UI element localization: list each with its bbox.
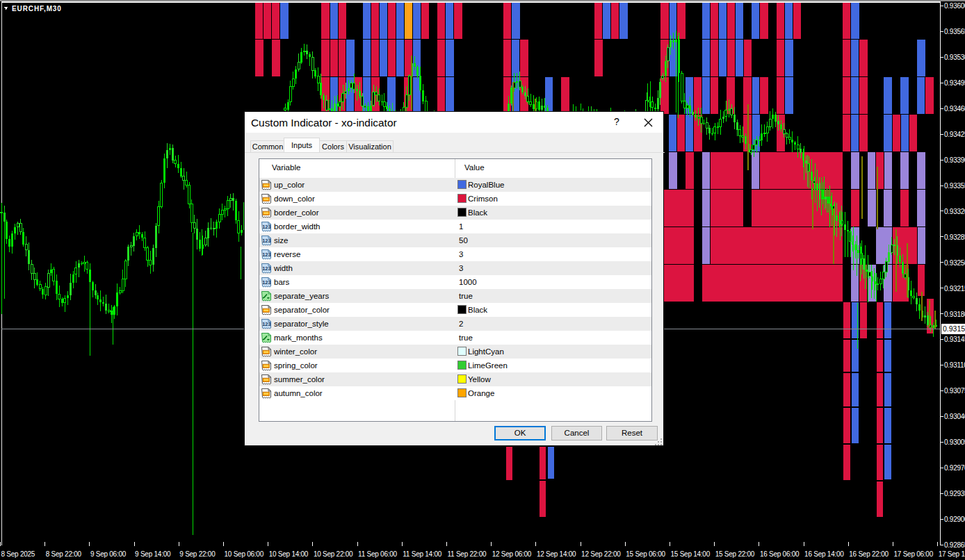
svg-text:0.93320: 0.93320 — [944, 208, 965, 215]
svg-text:0.93215: 0.93215 — [944, 285, 965, 293]
svg-text:15 Sep 06:00: 15 Sep 06:00 — [626, 550, 665, 558]
svg-text:15 Sep 14:00: 15 Sep 14:00 — [671, 550, 711, 558]
svg-text:0.93530: 0.93530 — [944, 53, 965, 61]
svg-text:12 Sep 22:00: 12 Sep 22:00 — [581, 550, 621, 558]
svg-text:16 Sep 06:00: 16 Sep 06:00 — [760, 550, 800, 558]
svg-text:0.92935: 0.92935 — [944, 490, 965, 497]
svg-text:16 Sep 22:00: 16 Sep 22:00 — [849, 550, 889, 558]
svg-text:0.92970: 0.92970 — [944, 464, 965, 472]
svg-text:0.93285: 0.93285 — [944, 233, 965, 241]
svg-text:0.93040: 0.93040 — [944, 413, 965, 420]
svg-text:10 Sep 06:00: 10 Sep 06:00 — [225, 550, 264, 558]
svg-text:11 Sep 14:00: 11 Sep 14:00 — [403, 550, 441, 558]
svg-text:0.93565: 0.93565 — [944, 28, 965, 35]
svg-text:0.93390: 0.93390 — [944, 156, 965, 164]
svg-text:12 Sep 06:00: 12 Sep 06:00 — [492, 550, 532, 558]
svg-text:123: 123 — [262, 265, 271, 272]
svg-text:0.93157: 0.93157 — [943, 324, 965, 333]
svg-text:0.93425: 0.93425 — [944, 131, 965, 138]
svg-text:0.93600: 0.93600 — [944, 2, 965, 10]
svg-text:17 Sep 06:00: 17 Sep 06:00 — [894, 550, 934, 558]
svg-text:0.93110: 0.93110 — [944, 361, 965, 369]
svg-text:10 Sep 22:00: 10 Sep 22:00 — [314, 550, 353, 558]
svg-text:9 Sep 14:00: 9 Sep 14:00 — [135, 550, 171, 558]
svg-text:0.93075: 0.93075 — [944, 387, 965, 395]
svg-text:123: 123 — [262, 252, 271, 258]
svg-text:9 Sep 06:00: 9 Sep 06:00 — [90, 550, 127, 558]
svg-text:0.93180: 0.93180 — [944, 311, 965, 318]
svg-text:0.92865: 0.92865 — [944, 541, 965, 549]
svg-text:123: 123 — [262, 224, 271, 230]
svg-text:8 Sep 2025: 8 Sep 2025 — [1, 550, 35, 558]
svg-text:123: 123 — [262, 321, 271, 327]
svg-text:123: 123 — [262, 279, 271, 286]
svg-text:0.93495: 0.93495 — [944, 79, 965, 87]
svg-text:11 Sep 22:00: 11 Sep 22:00 — [448, 550, 487, 558]
svg-text:11 Sep 06:00: 11 Sep 06:00 — [358, 550, 397, 558]
svg-text:10 Sep 14:00: 10 Sep 14:00 — [269, 550, 309, 558]
svg-text:123: 123 — [262, 238, 271, 244]
svg-text:15 Sep 22:00: 15 Sep 22:00 — [715, 550, 755, 558]
svg-text:0.93355: 0.93355 — [944, 182, 965, 190]
svg-text:16 Sep 14:00: 16 Sep 14:00 — [804, 550, 844, 558]
svg-text:17 Sep 14:00: 17 Sep 14:00 — [939, 550, 965, 558]
svg-text:0.93005: 0.93005 — [944, 438, 965, 446]
svg-text:9 Sep 22:00: 9 Sep 22:00 — [179, 550, 216, 558]
svg-text:0.93145: 0.93145 — [944, 336, 965, 343]
svg-text:EURCHF,M30: EURCHF,M30 — [12, 5, 62, 13]
svg-text:0.93460: 0.93460 — [944, 105, 965, 113]
svg-text:0.92900: 0.92900 — [944, 516, 965, 523]
svg-text:12 Sep 14:00: 12 Sep 14:00 — [537, 550, 576, 558]
svg-text:0.93250: 0.93250 — [944, 259, 965, 267]
svg-text:8 Sep 22:00: 8 Sep 22:00 — [46, 550, 82, 558]
